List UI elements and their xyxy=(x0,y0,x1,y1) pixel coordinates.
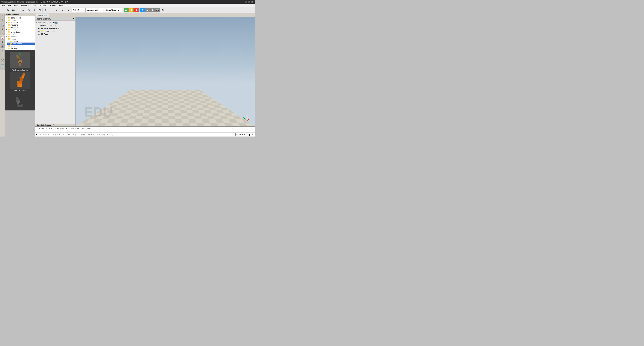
graph-icon-btn[interactable]: 📊 xyxy=(0,36,4,40)
scene-icon-btn[interactable]: 🎬 xyxy=(0,44,4,49)
click-select-button[interactable]: ⊹ xyxy=(16,8,20,13)
model-thumb-3[interactable] xyxy=(10,93,30,110)
console-lang-selector[interactable]: Sandbox script xyxy=(236,133,254,136)
menu-item-add[interactable]: Add xyxy=(13,4,19,7)
scene-root[interactable]: ● new scene (scene 1) 💾 xyxy=(35,21,76,24)
tree-item-vehicles[interactable]: + 📁 vehicles xyxy=(5,47,35,50)
close-button[interactable]: ✕ xyxy=(251,1,254,3)
tree-item-infrastructure[interactable]: + 📁 infrastructure xyxy=(5,26,35,29)
model-thumb-2[interactable] xyxy=(10,72,30,89)
svg-line-24 xyxy=(244,118,247,121)
model-preview-3[interactable]: robot arm.ttm xyxy=(10,93,30,111)
model-preview-1[interactable]: 7 DoF manipulator.ttm xyxy=(10,52,30,71)
model-preview-2[interactable]: ABB IRB 140.ttm xyxy=(10,72,30,92)
timestep-dropdown[interactable]: balanced (def: ▼ xyxy=(86,8,102,12)
model-button[interactable]: ◈ xyxy=(21,8,26,13)
tool-icon-btn[interactable]: 🔧 xyxy=(0,66,4,70)
select-icon-btn[interactable]: ↖ xyxy=(0,14,4,18)
menu-item-scenes[interactable]: Scenes xyxy=(48,4,57,7)
menu-item-file[interactable]: File xyxy=(1,4,6,7)
physics-engine-dropdown[interactable]: Bullet 2. ▼ xyxy=(72,8,86,12)
folder-icon-office: 📁 xyxy=(8,31,10,33)
layers-icon-btn[interactable]: ▦ xyxy=(0,27,4,31)
tree-item-nature[interactable]: + 📁 nature xyxy=(5,29,35,31)
svg-text:Z: Z xyxy=(247,115,248,116)
filter-icon-btn[interactable]: ≡ xyxy=(0,31,4,35)
tree-item-furniture[interactable]: + 📁 furniture xyxy=(5,21,35,24)
tree-item-mobile[interactable]: + 📁 mobile xyxy=(7,40,35,43)
tree-item-other[interactable]: + 📁 other xyxy=(5,33,35,36)
maximize-button[interactable]: □ xyxy=(248,1,250,3)
joint-button[interactable]: ⚙ xyxy=(43,8,48,13)
menu-item-tools[interactable]: Tools xyxy=(31,4,38,7)
svg-text:X: X xyxy=(251,117,252,118)
minimize-button[interactable]: ─ xyxy=(245,1,248,3)
preview-panel: 7 DoF manipulator.ttm xyxy=(5,50,35,111)
extra-button[interactable]: ⊞ xyxy=(160,8,165,13)
fly-button[interactable]: ✈ xyxy=(32,8,37,13)
camera-icon-btn[interactable]: 👁 xyxy=(0,18,4,22)
realtime-button[interactable]: ⟳ xyxy=(140,8,145,13)
tree-item-robots[interactable]: − 📂 robots xyxy=(5,38,35,40)
folder-icon-equipment: 📁 xyxy=(8,19,10,21)
robot-icon-btn[interactable]: 🦾 xyxy=(0,62,4,66)
camera-button[interactable]: 📷 xyxy=(11,8,16,13)
scene-hierarchy-content: ● new scene (scene 1) 💾 — 📷 DefaultCamer… xyxy=(35,21,76,124)
separator-5 xyxy=(71,8,72,12)
scene-item-defaultcamera[interactable]: — 📷 DefaultCamera xyxy=(35,24,76,27)
undo-button[interactable]: ↩ xyxy=(54,8,59,13)
model-thumb-1[interactable] xyxy=(10,52,30,69)
folder-icon-nature: 📁 xyxy=(8,29,10,31)
3d-viewport[interactable]: EDU X Y Z xyxy=(76,17,255,126)
step-button[interactable]: ⏭ xyxy=(145,8,150,13)
view-button[interactable]: 🔍 xyxy=(27,8,32,13)
settings-icon-btn[interactable]: ⚙ xyxy=(0,40,4,44)
object-shift-button[interactable]: ✛ xyxy=(1,8,6,13)
console-input[interactable] xyxy=(38,133,236,136)
tree-item-household[interactable]: + 📁 household xyxy=(5,24,35,26)
dt-dropdown[interactable]: dt=50 ms (defau: ▼ xyxy=(102,8,122,12)
hierarchy-icon-btn[interactable]: 🗂 xyxy=(0,49,4,53)
console-area: [sandboxScript:info] Simulator launched,… xyxy=(35,126,255,137)
center-area: new scene Scene hierarchy ✕ ● new scene … xyxy=(35,13,255,137)
menu-item-modules[interactable]: Modules xyxy=(38,4,48,7)
separator-6 xyxy=(123,8,123,12)
screenshot-button[interactable]: 📸 xyxy=(155,8,160,13)
light-icon: 💡 xyxy=(41,30,43,32)
path-icon-btn[interactable]: ◯ xyxy=(0,58,4,62)
tree-item-tools[interactable]: + 📁 tools xyxy=(5,45,35,47)
menu-item-edit[interactable]: Edit xyxy=(7,4,12,7)
scene-hierarchy-close[interactable]: ✕ xyxy=(72,18,74,20)
record-button[interactable]: ⏺ xyxy=(150,8,155,13)
tree-item-nonmobile[interactable]: + 📁 non-mobile xyxy=(7,43,35,45)
redo-button[interactable]: ↪ xyxy=(60,8,64,13)
object-rotate-button[interactable]: ↻ xyxy=(6,8,10,13)
tree-item-people[interactable]: + 📁 people xyxy=(5,36,35,38)
menu-item-simulation[interactable]: Simulation xyxy=(19,4,30,7)
tab-new-scene[interactable]: new scene xyxy=(36,13,49,17)
tree-item-office[interactable]: + 📁 office items xyxy=(5,31,35,33)
shift-view-button[interactable]: ⬔ xyxy=(37,8,42,13)
zoom-icon-btn[interactable]: 🔍 xyxy=(0,23,4,27)
tree-item-equipment[interactable]: + 📁 equipment xyxy=(5,19,35,21)
play-button[interactable]: ▶ xyxy=(124,8,128,13)
path-button[interactable]: 〰 xyxy=(48,8,53,13)
svg-point-5 xyxy=(18,59,19,61)
tree-item-components[interactable]: + 📁 components xyxy=(5,17,35,19)
axis-indicator: X Y Z xyxy=(243,115,252,123)
left-panel: ↖ 👁 🔍 ▦ ≡ 📊 ⚙ 🎬 🗂 〰 ◯ 🦾 🔧 Model browser … xyxy=(0,13,35,137)
svg-point-13 xyxy=(19,77,21,78)
window-controls: ─ □ ✕ xyxy=(245,1,254,3)
scene-item-defaultlights[interactable]: + ○ 💡 DefaultLights xyxy=(35,30,76,33)
model-browser-tree[interactable]: + 📁 components + 📁 equipment + 📁 furnitu… xyxy=(5,16,35,50)
svg-rect-7 xyxy=(18,83,22,87)
stop-button[interactable]: ⏹ xyxy=(134,8,139,13)
scene-item-floor[interactable]: + ○ ⬛ Floor xyxy=(35,33,76,36)
pointer-button[interactable]: ↖ xyxy=(66,8,70,13)
console-prompt: ▶ xyxy=(36,134,37,136)
camera-icon: 📷 xyxy=(40,24,43,27)
pause-button[interactable]: ⏸ xyxy=(129,8,134,13)
scene-item-xyzcameraproxy[interactable]: + ○ 📷 XYZCameraProxy xyxy=(35,27,76,30)
wave-icon-btn[interactable]: 〰 xyxy=(0,53,4,57)
menu-item-help[interactable]: Help xyxy=(58,4,64,7)
